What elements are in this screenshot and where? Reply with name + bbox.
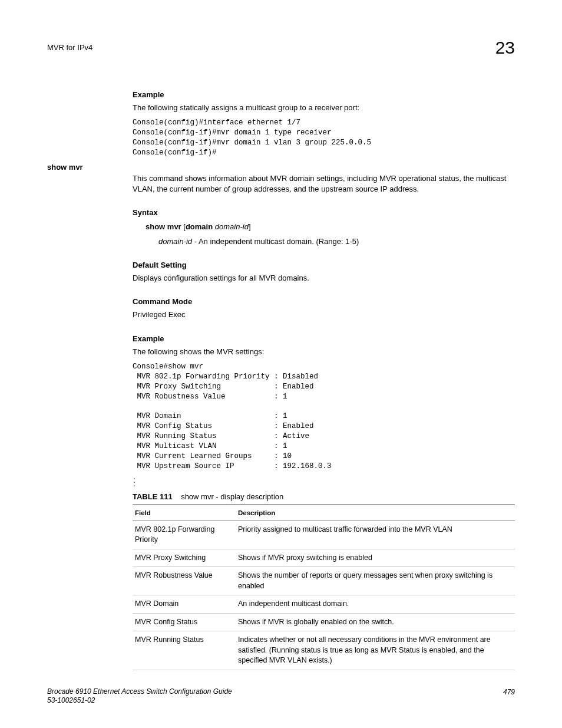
example2-heading: Example [133,334,515,344]
table-row: MVR Domain An independent multicast doma… [133,595,515,614]
table-cell-desc: Shows if MVR is globally enabled on the … [236,613,515,631]
table-cell-field: MVR Proxy Switching [133,549,236,567]
table-caption-text: show mvr - display description [181,492,283,501]
table-cell-desc: Shows the number of reports or query mes… [236,567,515,595]
table-cell-field: MVR Config Status [133,613,236,631]
table-row: MVR Proxy Switching Shows if MVR proxy s… [133,549,515,567]
description-table: Field Description MVR 802.1p Forwarding … [133,505,515,670]
table-cell-desc: An independent multicast domain. [236,595,515,614]
syntax-italic: domain-id [215,222,249,231]
example2-text: The following shows the MVR settings: [133,347,515,357]
table-cell-field: MVR Running Status [133,631,236,670]
default-text: Displays configuration settings for all … [133,273,515,284]
footer-title: Brocade 6910 Ethernet Access Switch Conf… [47,687,232,696]
example-code-block: Console(config)#interface ethernet 1/7 C… [133,118,515,158]
table-row: MVR Config Status Shows if MVR is global… [133,613,515,631]
param-text: - An independent multicast domain. (Rang… [192,237,359,246]
main-content: Example The following statically assigns… [133,90,515,158]
table-cell-desc: Shows if MVR proxy switching is enabled [236,549,515,567]
command-content: This command shows information about MVR… [133,173,515,670]
syntax-bold: domain [186,222,213,231]
syntax-plain: [ [181,222,186,231]
ellipsis-dots: ... [133,476,515,487]
table-cell-field: MVR Robustness Value [133,567,236,595]
syntax-plain: ] [249,222,251,231]
mode-heading: Command Mode [133,297,515,307]
example-text: The following statically assigns a multi… [133,103,515,113]
syntax-bold: show mvr [146,222,181,231]
table-header-field: Field [133,505,236,521]
page-header: MVR for IPv4 23 [47,35,515,60]
footer-docnum: 53-1002651-02 [47,696,95,704]
table-label: TABLE 111 [133,492,173,501]
table-row: MVR Robustness Value Shows the number of… [133,567,515,595]
example2-code-block: Console#show mvr MVR 802.1p Forwarding P… [133,362,515,472]
table-header-desc: Description [236,505,515,521]
example-heading: Example [133,90,515,100]
command-intro: This command shows information about MVR… [133,173,515,195]
header-chapter-number: 23 [495,35,515,60]
mode-text: Privileged Exec [133,309,515,320]
param-italic: domain-id [158,237,192,246]
page-footer: Brocade 6910 Ethernet Access Switch Conf… [47,687,515,706]
syntax-line: show mvr [domain domain-id] [146,222,515,232]
table-row: MVR Running Status Indicates whether or … [133,631,515,670]
footer-page-number: 479 [503,687,515,706]
header-section-title: MVR for IPv4 [47,35,92,53]
table-caption: TABLE 111 show mvr - display description [133,492,515,502]
table-cell-desc: Priority assigned to multicast traffic f… [236,521,515,549]
default-heading: Default Setting [133,260,515,271]
syntax-heading: Syntax [133,207,515,218]
table-cell-desc: Indicates whether or not all necessary c… [236,631,515,670]
table-header-row: Field Description [133,505,515,521]
table-cell-field: MVR Domain [133,595,236,614]
table-row: MVR 802.1p Forwarding Priority Priority … [133,521,515,549]
footer-left: Brocade 6910 Ethernet Access Switch Conf… [47,687,232,706]
command-name-label: show mvr [47,162,83,173]
table-cell-field: MVR 802.1p Forwarding Priority [133,521,236,549]
param-line: domain-id - An independent multicast dom… [158,236,515,247]
